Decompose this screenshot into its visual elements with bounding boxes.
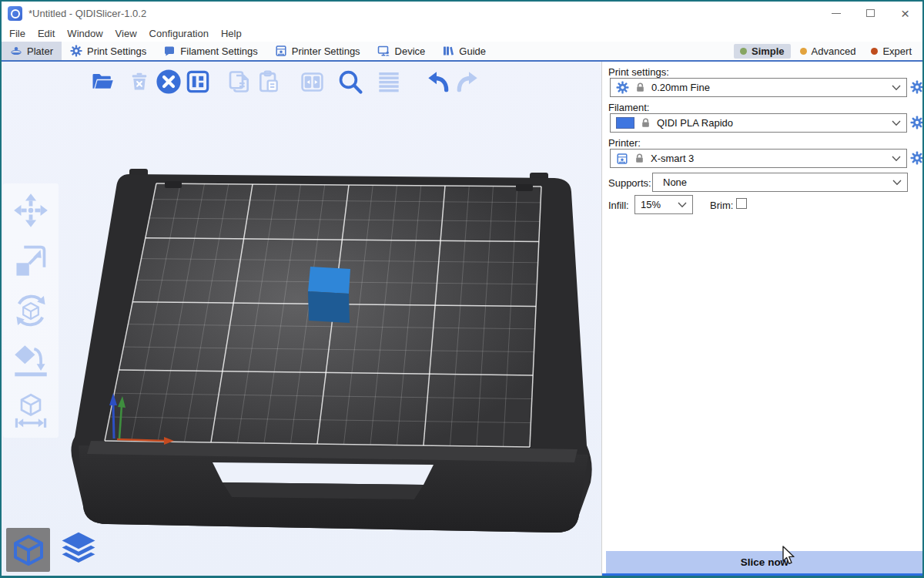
- copy-button[interactable]: [225, 66, 254, 97]
- printer-icon: [616, 153, 628, 165]
- undo-button[interactable]: [424, 66, 453, 97]
- open-button[interactable]: [88, 66, 117, 97]
- bed-handle-cutout: [213, 462, 434, 485]
- rotate-icon: [12, 292, 49, 329]
- minimize-icon: [832, 13, 841, 14]
- print-settings-value: 0.20mm Fine: [651, 82, 886, 93]
- tab-print-settings[interactable]: Print Settings: [62, 42, 155, 60]
- viewport-toolbar: [88, 66, 482, 97]
- mode-selector: Simple Advanced Expert: [734, 42, 922, 60]
- print-settings-label: Print settings:: [608, 66, 669, 78]
- device-icon: [377, 45, 390, 57]
- printer-dropdown[interactable]: X-smart 3: [610, 149, 907, 168]
- plater-icon: [10, 45, 22, 57]
- object-manipulation-toolbar: [3, 183, 59, 438]
- tab-plater[interactable]: Plater: [2, 42, 62, 60]
- move-icon: [12, 192, 49, 229]
- printer-gear-button[interactable]: [910, 151, 924, 165]
- infill-label: Infill:: [608, 200, 629, 211]
- supports-dropdown[interactable]: None: [652, 173, 908, 192]
- printer-label: Printer:: [608, 137, 641, 149]
- undo-icon: [426, 69, 450, 94]
- delete-all-button[interactable]: [154, 66, 183, 97]
- place-on-face-icon: [12, 342, 49, 379]
- scale-button[interactable]: [8, 238, 53, 283]
- simple-dot-icon: [740, 48, 747, 55]
- app-window: *Untitled - QIDISlicer-1.0.2 × File Edit…: [0, 0, 924, 578]
- settings-panel: Print settings: 0.20mm Fine Filament: QI…: [602, 62, 924, 576]
- slice-accent-bar: [602, 573, 924, 576]
- delete-button[interactable]: [125, 66, 154, 97]
- tab-bar: Plater Print Settings Filament Settings …: [2, 42, 922, 60]
- menu-file[interactable]: File: [3, 26, 32, 41]
- close-icon: ×: [901, 6, 909, 21]
- tab-filament-settings[interactable]: Filament Settings: [155, 42, 266, 60]
- build-plate-scene: [2, 62, 601, 576]
- filament-label: Filament:: [608, 102, 649, 113]
- mode-simple[interactable]: Simple: [734, 44, 791, 59]
- paste-button[interactable]: [254, 66, 283, 97]
- chevron-down-icon: [892, 180, 902, 186]
- slice-now-button[interactable]: Slice now: [606, 551, 923, 573]
- tab-device[interactable]: Device: [369, 42, 434, 60]
- infill-dropdown[interactable]: 15%: [634, 195, 693, 214]
- printer-value: X-smart 3: [651, 153, 886, 164]
- minimize-button[interactable]: [819, 2, 853, 25]
- mode-expert[interactable]: Expert: [865, 44, 918, 59]
- menu-edit[interactable]: Edit: [32, 26, 61, 41]
- tab-printer-settings[interactable]: Printer Settings: [266, 42, 369, 60]
- tab-label: Guide: [459, 45, 486, 57]
- tab-label: Printer Settings: [292, 45, 360, 57]
- close-button[interactable]: ×: [888, 2, 922, 25]
- preview-layers-view-icon: [59, 531, 98, 570]
- tab-label: Plater: [27, 45, 53, 57]
- variable-layer-height-button[interactable]: [374, 66, 403, 97]
- lock-icon: [640, 117, 651, 129]
- split-objects-button[interactable]: [297, 66, 326, 97]
- open-icon: [90, 70, 115, 93]
- filament-icon: [163, 45, 176, 57]
- print-settings-dropdown[interactable]: 0.20mm Fine: [610, 78, 907, 97]
- menu-window[interactable]: Window: [61, 26, 109, 41]
- 3d-editor-view-button[interactable]: [6, 528, 50, 572]
- menu-help[interactable]: Help: [215, 26, 248, 41]
- tab-guide[interactable]: Guide: [434, 42, 494, 60]
- filament-dropdown[interactable]: QIDI PLA Rapido: [610, 113, 907, 133]
- advanced-dot-icon: [800, 48, 807, 55]
- 3d-viewport[interactable]: [2, 62, 601, 576]
- mode-advanced[interactable]: Advanced: [794, 44, 862, 59]
- menu-bar: File Edit Window View Configuration Help: [2, 25, 922, 42]
- place-on-face-button[interactable]: [8, 338, 53, 383]
- redo-button[interactable]: [453, 66, 482, 97]
- mode-label: Expert: [882, 45, 912, 57]
- measure-button[interactable]: [8, 388, 53, 433]
- filament-gear-button[interactable]: [910, 116, 924, 129]
- delete-icon: [129, 70, 150, 93]
- menu-configuration[interactable]: Configuration: [143, 26, 215, 41]
- search-button[interactable]: [336, 66, 365, 97]
- tab-label: Filament Settings: [180, 45, 257, 57]
- paste-icon: [256, 69, 281, 94]
- maximize-button[interactable]: [853, 2, 888, 25]
- rotate-button[interactable]: [8, 288, 53, 333]
- supports-label: Supports:: [608, 177, 651, 189]
- measure-icon: [12, 392, 49, 429]
- guide-icon: [442, 45, 454, 57]
- preview-layers-view-button[interactable]: [56, 528, 100, 572]
- model-cube: [308, 267, 350, 323]
- move-button[interactable]: [8, 188, 53, 233]
- arrange-button[interactable]: [183, 66, 213, 97]
- delete-all-icon: [156, 69, 182, 95]
- mouse-cursor: [781, 546, 796, 566]
- brim-checkbox[interactable]: [736, 198, 747, 209]
- printer-icon: [275, 45, 287, 57]
- window-title: *Untitled - QIDISlicer-1.0.2: [28, 8, 146, 19]
- menu-view[interactable]: View: [109, 26, 143, 41]
- arrange-icon: [186, 69, 210, 94]
- scale-icon: [12, 242, 49, 279]
- split-objects-icon: [300, 70, 325, 94]
- print-settings-gear-button[interactable]: [910, 80, 924, 94]
- title-bar: *Untitled - QIDISlicer-1.0.2 ×: [2, 2, 922, 25]
- lock-icon: [634, 82, 646, 93]
- brim-label: Brim:: [710, 200, 733, 211]
